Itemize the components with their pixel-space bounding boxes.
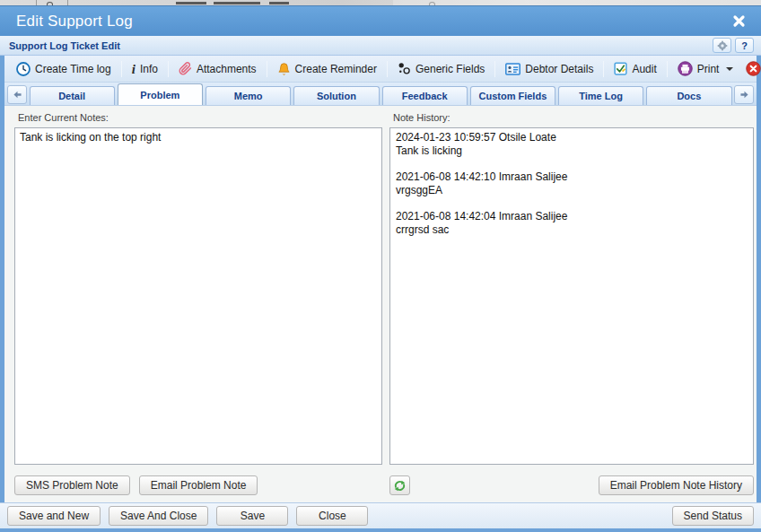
info-icon: i <box>132 63 136 75</box>
print-button[interactable]: Print <box>671 58 740 79</box>
toolbar: Create Time log i Info Attachments Creat… <box>4 56 757 83</box>
debtor-details-button[interactable]: Debtor Details <box>499 60 599 78</box>
close-button[interactable]: Close <box>296 506 368 526</box>
save-button[interactable]: Save <box>216 506 288 526</box>
tab-scroll-left-icon <box>12 89 23 100</box>
current-notes-section: Enter Current Notes: Tank is licking on … <box>14 111 382 502</box>
settings-button[interactable] <box>713 38 731 53</box>
toolbar-separator <box>121 61 122 77</box>
toolbar-close-button[interactable]: Close <box>739 58 761 79</box>
history-entry: 2024-01-23 10:59:57 Otsile Loate Tank is… <box>396 131 748 158</box>
toolbar-separator <box>494 61 495 77</box>
audit-icon <box>614 62 627 75</box>
send-status-button[interactable]: Send Status <box>672 506 754 526</box>
tab-scroll-left-button[interactable] <box>7 85 27 104</box>
history-entry: 2021-06-08 14:42:10 Imraan Salijee vrgsg… <box>396 170 748 197</box>
close-circle-icon <box>746 61 761 76</box>
bell-icon <box>277 62 291 76</box>
id-card-icon <box>505 63 520 75</box>
sms-problem-note-button[interactable]: SMS Problem Note <box>14 475 130 495</box>
tab-solution[interactable]: Solution <box>293 86 379 105</box>
close-icon <box>732 14 746 28</box>
history-entry-body: vrgsggEA <box>396 184 748 197</box>
history-entry-header: 2021-06-08 14:42:04 Imraan Salijee <box>396 210 748 223</box>
toolbar-separator <box>667 61 668 77</box>
save-and-close-button[interactable]: Save And Close <box>109 506 208 526</box>
info-button[interactable]: i Info <box>126 60 164 78</box>
tab-problem[interactable]: Problem <box>118 83 203 105</box>
gear-icon <box>717 40 728 51</box>
tab-scroll-right-icon <box>739 89 750 100</box>
history-entry-body: crrgrsd sac <box>396 223 748 237</box>
panel-title: Support Log Ticket Edit <box>9 40 709 51</box>
edit-support-log-dialog: Edit Support Log Support Log Ticket Edit… <box>0 5 761 532</box>
note-history-list[interactable]: 2024-01-23 10:59:57 Otsile Loate Tank is… <box>389 127 754 465</box>
printer-icon <box>678 61 693 76</box>
history-entry: 2021-06-08 14:42:04 Imraan Salijee crrgr… <box>396 210 748 237</box>
history-entry-header: 2021-06-08 14:42:10 Imraan Salijee <box>396 170 748 184</box>
caret-down-icon <box>726 67 733 71</box>
attachments-button[interactable]: Attachments <box>172 59 263 78</box>
dialog-close-button[interactable] <box>729 12 748 31</box>
dialog-bottom-edge <box>0 528 761 532</box>
toolbar-separator <box>168 61 169 77</box>
generic-fields-button[interactable]: Generic Fields <box>391 59 491 78</box>
history-actions-row: Email Problem Note History <box>389 475 754 495</box>
tab-memo[interactable]: Memo <box>206 86 291 105</box>
current-notes-input[interactable]: Tank is licking on the top right <box>14 127 382 465</box>
generic-fields-icon <box>398 62 411 75</box>
note-history-label: Note History: <box>389 111 754 127</box>
problem-tab-panel: Enter Current Notes: Tank is licking on … <box>4 106 757 502</box>
tab-custom-fields[interactable]: Custom Fields <box>470 86 555 105</box>
tab-scroll-right-button[interactable] <box>734 85 754 104</box>
tab-detail[interactable]: Detail <box>30 86 115 105</box>
tab-time-log[interactable]: Time Log <box>558 86 643 105</box>
email-problem-note-history-button[interactable]: Email Problem Note History <box>599 475 754 495</box>
note-history-section: Note History: 2024-01-23 10:59:57 Otsile… <box>389 111 754 502</box>
dialog-titlebar: Edit Support Log <box>0 5 761 36</box>
panel-header: Support Log Ticket Edit ? <box>0 36 761 56</box>
current-notes-label: Enter Current Notes: <box>14 111 382 127</box>
help-button[interactable]: ? <box>735 38 754 53</box>
footer-bar: Save and New Save And Close Save Close S… <box>0 502 761 528</box>
dialog-title: Edit Support Log <box>16 13 729 31</box>
tab-feedback[interactable]: Feedback <box>382 86 468 105</box>
refresh-history-button[interactable] <box>389 475 410 495</box>
paperclip-icon <box>179 62 192 75</box>
refresh-icon <box>393 479 407 493</box>
tab-strip: Detail Problem Memo Solution Feedback Cu… <box>4 83 757 106</box>
help-icon: ? <box>741 40 748 51</box>
tab-docs[interactable]: Docs <box>646 86 731 105</box>
background-window-strip <box>0 0 761 5</box>
save-and-new-button[interactable]: Save and New <box>7 506 101 526</box>
history-entry-header: 2024-01-23 10:59:57 Otsile Loate <box>396 131 748 144</box>
audit-button[interactable]: Audit <box>608 59 662 78</box>
notes-actions-row: SMS Problem Note Email Problem Note <box>14 475 382 495</box>
history-entry-body: Tank is licking <box>396 144 748 158</box>
toolbar-separator <box>603 61 604 77</box>
create-reminder-button[interactable]: Create Reminder <box>271 59 383 79</box>
toolbar-separator <box>267 61 267 77</box>
clock-icon <box>16 62 31 76</box>
email-problem-note-button[interactable]: Email Problem Note <box>139 475 258 495</box>
create-time-log-button[interactable]: Create Time log <box>10 59 118 79</box>
toolbar-separator <box>387 61 388 77</box>
